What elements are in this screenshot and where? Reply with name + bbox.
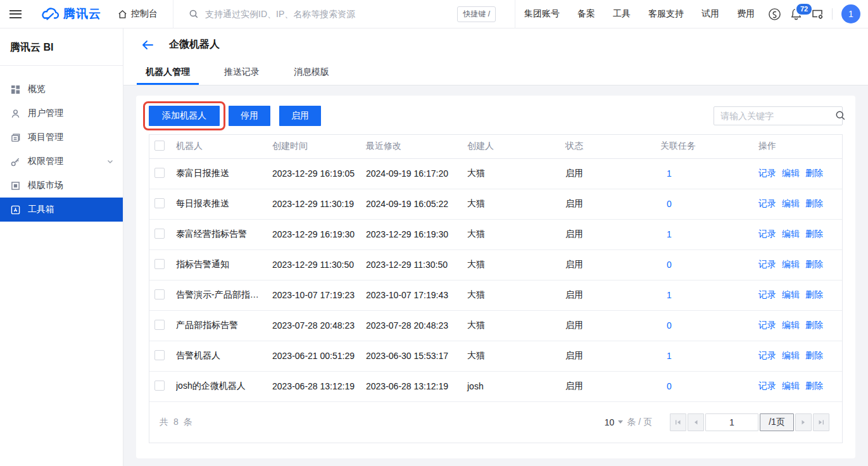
first-page-button[interactable] (670, 413, 686, 431)
row-checkbox[interactable] (154, 198, 165, 208)
current-page-input[interactable]: 1 (705, 413, 758, 431)
page-size-value[interactable]: 10 (605, 417, 615, 427)
avatar[interactable]: 1 (841, 4, 860, 23)
nav-item-tools[interactable]: 工具 (604, 8, 639, 20)
status: 启用 (565, 168, 660, 179)
toolbox-icon (10, 205, 20, 215)
tencent-cloud-logo[interactable]: 腾讯云 (41, 6, 101, 22)
delete-link[interactable]: 删除 (805, 259, 823, 270)
tab-message-templates[interactable]: 消息模版 (285, 61, 338, 85)
last-page-button[interactable] (813, 413, 829, 431)
nav-item-trial[interactable]: 试用 (693, 8, 728, 20)
sidebar-item-overview[interactable]: 概览 (0, 77, 123, 101)
page-title: 企微机器人 (169, 38, 220, 51)
row-checkbox[interactable] (154, 320, 165, 330)
search-icon (189, 9, 199, 19)
row-checkbox[interactable] (154, 289, 165, 299)
record-link[interactable]: 记录 (758, 381, 776, 392)
delete-link[interactable]: 删除 (805, 350, 823, 362)
robot-name: 指标告警通知 (176, 259, 272, 270)
robot-name: josh的企微机器人 (176, 381, 272, 392)
menu-icon[interactable] (1, 0, 30, 28)
related-tasks-link[interactable]: 0 (667, 260, 672, 270)
row-checkbox[interactable] (154, 229, 165, 239)
enable-button[interactable]: 启用 (279, 106, 321, 126)
record-link[interactable]: 记录 (758, 320, 776, 331)
related-tasks-link[interactable]: 1 (667, 229, 672, 239)
toolbar: 添加机器人 停用 启用 (149, 106, 843, 126)
row-checkbox[interactable] (154, 168, 165, 178)
record-link[interactable]: 记录 (758, 259, 776, 270)
support-icon[interactable] (764, 0, 785, 28)
global-search-input[interactable] (205, 9, 457, 19)
edit-link[interactable]: 编辑 (782, 289, 800, 301)
status: 启用 (565, 289, 660, 301)
related-tasks-link[interactable]: 0 (667, 381, 672, 391)
tab-push-records[interactable]: 推送记录 (215, 61, 268, 85)
sidebar-item-label: 工具箱 (28, 204, 54, 215)
related-tasks-link[interactable]: 0 (667, 199, 672, 209)
tab-robot-management[interactable]: 机器人管理 (137, 61, 199, 85)
sidebar-item-templates[interactable]: 模版市场 (0, 173, 123, 198)
modified-time: 2024-09-19 16:05:22 (366, 199, 467, 209)
back-arrow-icon[interactable] (141, 40, 154, 50)
nav-item-icp[interactable]: 备案 (569, 8, 604, 20)
related-tasks-link[interactable]: 1 (667, 351, 672, 361)
nav-item-group-account[interactable]: 集团账号 (515, 8, 569, 20)
page-header: 企微机器人 (123, 28, 868, 61)
add-robot-button[interactable]: 添加机器人 (149, 106, 220, 126)
sidebar-item-projects[interactable]: 项目管理 (0, 125, 123, 149)
nav-item-support[interactable]: 客服支持 (639, 8, 693, 20)
chevron-down-icon (106, 158, 114, 165)
record-link[interactable]: 记录 (758, 289, 776, 301)
delete-link[interactable]: 删除 (805, 381, 823, 392)
record-link[interactable]: 记录 (758, 198, 776, 210)
prev-page-button[interactable] (688, 413, 704, 431)
edit-link[interactable]: 编辑 (782, 168, 800, 179)
notification-bell-icon[interactable]: 72 (785, 0, 807, 28)
user-icon (10, 108, 20, 118)
next-page-button[interactable] (795, 413, 812, 431)
sidebar-item-toolbox[interactable]: 工具箱 (0, 198, 123, 222)
edit-link[interactable]: 编辑 (782, 259, 800, 270)
record-link[interactable]: 记录 (758, 350, 776, 362)
table-row: josh的企微机器人 2023-06-28 13:12:19 2023-06-2… (149, 372, 842, 402)
chevron-down-icon[interactable] (618, 420, 623, 424)
robot-name: 泰富经营指标告警 (176, 229, 272, 240)
nav-item-billing[interactable]: 费用 (728, 8, 764, 20)
sidebar-item-permissions[interactable]: 权限管理 (0, 149, 123, 173)
table-row: 告警演示-产品部指标... 2023-10-07 17:19:23 2023-1… (149, 280, 842, 311)
edit-link[interactable]: 编辑 (782, 350, 800, 362)
creator: 大猫 (467, 259, 565, 270)
project-icon (10, 132, 20, 142)
status: 启用 (565, 259, 660, 270)
table-footer: 共 8 条 10 条 / 页 (149, 402, 842, 443)
sidebar-item-users[interactable]: 用户管理 (0, 101, 123, 125)
edit-link[interactable]: 编辑 (782, 381, 800, 392)
global-search: 快捷键 / (173, 0, 515, 28)
row-checkbox[interactable] (154, 381, 165, 391)
keyword-search-input[interactable] (720, 111, 835, 121)
row-checkbox[interactable] (154, 350, 165, 360)
search-icon[interactable] (835, 110, 846, 121)
col-created: 创建时间 (272, 141, 366, 152)
related-tasks-link[interactable]: 1 (667, 290, 672, 300)
related-tasks-link[interactable]: 1 (667, 168, 672, 179)
disable-button[interactable]: 停用 (229, 106, 270, 126)
console-link[interactable]: 控制台 (118, 8, 158, 20)
delete-link[interactable]: 删除 (805, 229, 823, 240)
record-link[interactable]: 记录 (758, 229, 776, 240)
edit-link[interactable]: 编辑 (782, 198, 800, 210)
delete-link[interactable]: 删除 (805, 320, 823, 331)
edit-link[interactable]: 编辑 (782, 229, 800, 240)
workbench-icon[interactable] (807, 0, 828, 28)
row-checkbox[interactable] (154, 259, 165, 269)
edit-link[interactable]: 编辑 (782, 320, 800, 331)
created-time: 2023-06-21 00:51:29 (272, 351, 366, 361)
delete-link[interactable]: 删除 (805, 198, 823, 210)
delete-link[interactable]: 删除 (805, 289, 823, 301)
record-link[interactable]: 记录 (758, 168, 776, 179)
select-all-checkbox[interactable] (154, 141, 165, 151)
delete-link[interactable]: 删除 (805, 168, 823, 179)
related-tasks-link[interactable]: 0 (667, 320, 672, 331)
